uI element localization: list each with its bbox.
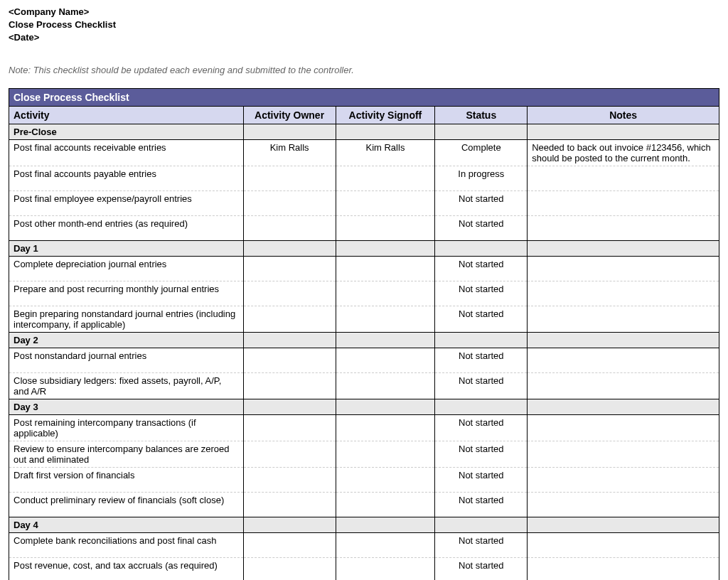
activity-cell[interactable]: Complete bank reconciliations and post f… — [9, 532, 244, 557]
section-name: Day 2 — [9, 332, 244, 348]
activity-cell[interactable]: Post remaining intercompany transactions… — [9, 414, 244, 441]
section-cell — [528, 517, 719, 532]
status-cell[interactable]: Not started — [435, 557, 528, 580]
section-cell — [528, 332, 719, 348]
signoff-cell[interactable] — [336, 256, 435, 281]
signoff-cell[interactable] — [336, 348, 435, 372]
notes-cell[interactable]: Needed to back out invoice #123456, whic… — [528, 139, 719, 166]
status-cell[interactable]: Not started — [435, 532, 528, 557]
notes-cell[interactable] — [528, 190, 719, 215]
signoff-cell[interactable] — [336, 492, 435, 517]
activity-cell[interactable]: Begin preparing nonstandard journal entr… — [9, 306, 244, 332]
owner-cell[interactable] — [243, 557, 336, 580]
owner-cell[interactable] — [243, 414, 336, 441]
activity-cell[interactable]: Prepare and post recurring monthly journ… — [9, 281, 244, 306]
section-cell — [435, 240, 528, 256]
signoff-cell[interactable] — [336, 467, 435, 492]
status-cell[interactable]: Not started — [435, 348, 528, 372]
owner-cell[interactable] — [243, 492, 336, 517]
activity-cell[interactable]: Draft first version of financials — [9, 467, 244, 492]
signoff-cell[interactable] — [336, 414, 435, 441]
notes-cell[interactable] — [528, 306, 719, 332]
activity-cell[interactable]: Close subsidiary ledgers: fixed assets, … — [9, 372, 244, 399]
owner-cell[interactable]: Kim Ralls — [243, 139, 336, 166]
signoff-cell[interactable] — [336, 532, 435, 557]
notes-cell[interactable] — [528, 348, 719, 372]
notes-cell[interactable] — [528, 557, 719, 580]
activity-cell[interactable]: Post nonstandard journal entries — [9, 348, 244, 372]
status-cell[interactable]: Not started — [435, 441, 528, 467]
activity-cell[interactable]: Complete depreciation journal entries — [9, 256, 244, 281]
status-cell[interactable]: Not started — [435, 492, 528, 517]
owner-cell[interactable] — [243, 281, 336, 306]
col-notes: Notes — [528, 106, 719, 124]
section-cell — [243, 240, 336, 256]
signoff-cell[interactable] — [336, 215, 435, 240]
status-cell[interactable]: Not started — [435, 215, 528, 240]
notes-cell[interactable] — [528, 215, 719, 240]
notes-cell[interactable] — [528, 166, 719, 190]
section-cell — [435, 124, 528, 139]
section-row: Day 4 — [9, 517, 719, 532]
activity-cell[interactable]: Review to ensure intercompany balances a… — [9, 441, 244, 467]
owner-cell[interactable] — [243, 348, 336, 372]
notes-cell[interactable] — [528, 414, 719, 441]
signoff-cell[interactable] — [336, 372, 435, 399]
notes-cell[interactable] — [528, 256, 719, 281]
signoff-cell[interactable]: Kim Ralls — [336, 139, 435, 166]
status-cell[interactable]: In progress — [435, 166, 528, 190]
signoff-cell[interactable] — [336, 190, 435, 215]
activity-cell[interactable]: Post other month-end entries (as require… — [9, 215, 244, 240]
owner-cell[interactable] — [243, 256, 336, 281]
table-row: Post nonstandard journal entriesNot star… — [9, 348, 719, 372]
section-cell — [243, 517, 336, 532]
status-cell[interactable]: Not started — [435, 281, 528, 306]
col-signoff: Activity Signoff — [336, 106, 435, 124]
owner-cell[interactable] — [243, 215, 336, 240]
signoff-cell[interactable] — [336, 306, 435, 332]
status-cell[interactable]: Not started — [435, 256, 528, 281]
signoff-cell[interactable] — [336, 166, 435, 190]
owner-cell[interactable] — [243, 372, 336, 399]
owner-cell[interactable] — [243, 532, 336, 557]
section-name: Pre-Close — [9, 124, 244, 139]
section-name: Day 1 — [9, 240, 244, 256]
status-cell[interactable]: Not started — [435, 467, 528, 492]
notes-cell[interactable] — [528, 372, 719, 399]
owner-cell[interactable] — [243, 306, 336, 332]
owner-cell[interactable] — [243, 190, 336, 215]
notes-cell[interactable] — [528, 441, 719, 467]
status-cell[interactable]: Not started — [435, 372, 528, 399]
section-row: Day 2 — [9, 332, 719, 348]
owner-cell[interactable] — [243, 166, 336, 190]
owner-cell[interactable] — [243, 467, 336, 492]
activity-cell[interactable]: Post final accounts payable entries — [9, 166, 244, 190]
section-name: Day 3 — [9, 399, 244, 414]
table-row: Complete depreciation journal entriesNot… — [9, 256, 719, 281]
notes-cell[interactable] — [528, 467, 719, 492]
table-row: Close subsidiary ledgers: fixed assets, … — [9, 372, 719, 399]
signoff-cell[interactable] — [336, 441, 435, 467]
section-cell — [336, 124, 435, 139]
document-title: Close Process Checklist — [9, 18, 719, 31]
signoff-cell[interactable] — [336, 281, 435, 306]
activity-cell[interactable]: Post revenue, cost, and tax accruals (as… — [9, 557, 244, 580]
activity-cell[interactable]: Post final accounts receivable entries — [9, 139, 244, 166]
table-row: Prepare and post recurring monthly journ… — [9, 281, 719, 306]
section-cell — [435, 517, 528, 532]
status-cell[interactable]: Not started — [435, 414, 528, 441]
table-row: Post final accounts payable entriesIn pr… — [9, 166, 719, 190]
status-cell[interactable]: Not started — [435, 306, 528, 332]
status-cell[interactable]: Complete — [435, 139, 528, 166]
activity-cell[interactable]: Conduct preliminary review of financials… — [9, 492, 244, 517]
section-cell — [243, 399, 336, 414]
notes-cell[interactable] — [528, 492, 719, 517]
table-row: Post revenue, cost, and tax accruals (as… — [9, 557, 719, 580]
activity-cell[interactable]: Post final employee expense/payroll entr… — [9, 190, 244, 215]
notes-cell[interactable] — [528, 532, 719, 557]
signoff-cell[interactable] — [336, 557, 435, 580]
column-header-row: Activity Activity Owner Activity Signoff… — [9, 106, 719, 124]
notes-cell[interactable] — [528, 281, 719, 306]
status-cell[interactable]: Not started — [435, 190, 528, 215]
owner-cell[interactable] — [243, 441, 336, 467]
